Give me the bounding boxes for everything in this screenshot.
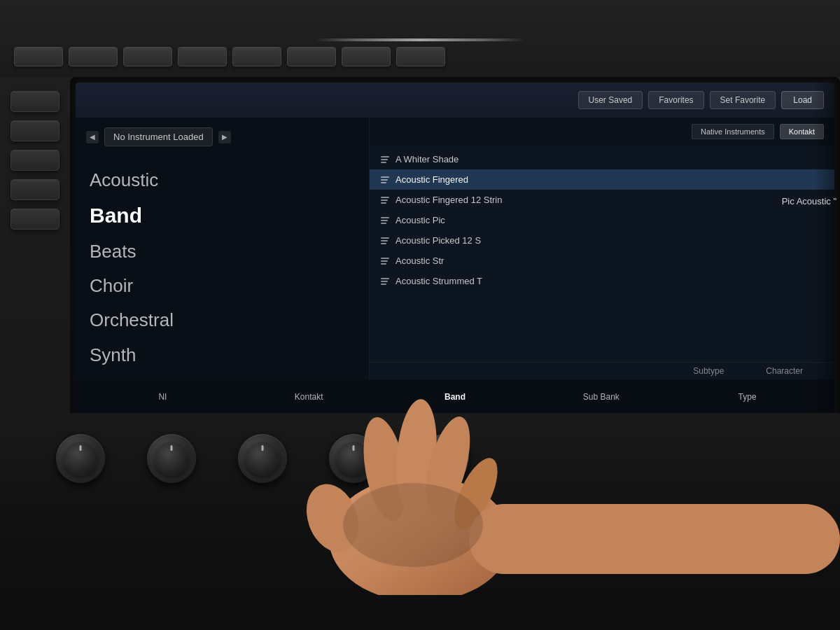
knobs-row <box>56 434 840 483</box>
filter-native-instruments[interactable]: Native Instruments <box>692 124 774 139</box>
knob-outer-4 <box>329 434 378 483</box>
svg-rect-6 <box>469 504 840 574</box>
preset-icon <box>380 175 390 185</box>
preset-icon <box>380 216 390 225</box>
tab-favorites[interactable]: Favorites <box>648 91 704 109</box>
filter-bar: Native Instruments Kontakt <box>370 118 834 146</box>
knob-1[interactable] <box>56 434 105 483</box>
knob-inner-4 <box>336 441 371 476</box>
top-button-6[interactable] <box>287 47 336 66</box>
encoder-label-ni: NI <box>90 392 236 402</box>
col-header-subtype: Subtype <box>380 366 766 376</box>
top-button-7[interactable] <box>342 47 391 66</box>
side-button-4[interactable] <box>10 179 59 200</box>
top-strip <box>0 0 840 77</box>
preset-icon <box>380 276 390 286</box>
screen-top-bar: User Saved Favorites Set Favorite Load <box>76 83 834 118</box>
knob-inner-1 <box>63 441 98 476</box>
hardware-body: User Saved Favorites Set Favorite Load ◀… <box>0 0 840 630</box>
hand-overlay <box>210 385 840 595</box>
category-choir[interactable]: Choir <box>90 272 355 300</box>
column-headers: Subtype Character <box>370 362 834 379</box>
knob-indicator-4 <box>353 445 355 451</box>
category-synth[interactable]: Synth <box>90 342 355 369</box>
category-beats[interactable]: Beats <box>90 238 355 265</box>
screen-content: ◀ No Instrument Loaded ▶ Acoustic Band B… <box>76 118 834 379</box>
top-led-strip <box>315 38 525 41</box>
encoder-label-type: Type <box>674 392 820 402</box>
knob-outer-5 <box>420 434 469 483</box>
side-button-3[interactable] <box>10 150 59 171</box>
instrument-header: ◀ No Instrument Loaded ▶ <box>76 118 369 156</box>
screen-frame: User Saved Favorites Set Favorite Load ◀… <box>70 77 840 420</box>
screen-right-hint <box>813 118 834 379</box>
svg-point-7 <box>343 483 483 567</box>
preset-icon <box>380 155 390 164</box>
screen: User Saved Favorites Set Favorite Load ◀… <box>76 83 834 414</box>
top-button-2[interactable] <box>69 47 118 66</box>
knob-inner-5 <box>427 441 462 476</box>
category-band[interactable]: Band <box>90 201 355 230</box>
side-button-1[interactable] <box>10 91 59 112</box>
knob-indicator-2 <box>171 445 173 451</box>
knob-5[interactable] <box>420 434 469 483</box>
knob-indicator-5 <box>444 445 446 451</box>
preset-item[interactable]: Acoustic Str <box>370 251 834 271</box>
knob-outer-2 <box>147 434 196 483</box>
left-side-buttons <box>0 77 70 420</box>
hand-svg <box>210 385 840 595</box>
top-button-4[interactable] <box>178 47 227 66</box>
top-button-8[interactable] <box>396 47 445 66</box>
preset-item[interactable]: Acoustic Strummed T <box>370 271 834 291</box>
preset-item[interactable]: Acoustic Fingered 12 Strin <box>370 190 834 210</box>
side-button-2[interactable] <box>10 120 59 141</box>
knob-2[interactable] <box>147 434 196 483</box>
instrument-prev-button[interactable]: ◀ <box>86 131 99 144</box>
category-acoustic[interactable]: Acoustic <box>90 167 355 194</box>
preset-list: A Whiter Shade Acoustic Fingered <box>370 146 834 362</box>
knob-inner-2 <box>154 441 189 476</box>
preset-item[interactable]: A Whiter Shade <box>370 149 834 169</box>
knob-inner-3 <box>245 441 280 476</box>
knob-indicator-1 <box>80 445 82 451</box>
encoder-labels: NI Kontakt Band Sub Bank Type <box>76 379 834 414</box>
right-panel: Native Instruments Kontakt A Whiter Shad… <box>370 118 834 379</box>
svg-point-0 <box>329 476 511 595</box>
knob-indicator-3 <box>262 445 264 451</box>
knob-outer-1 <box>56 434 105 483</box>
knob-3[interactable] <box>238 434 287 483</box>
knob-4[interactable] <box>329 434 378 483</box>
preset-icon <box>380 195 390 205</box>
tab-user-saved[interactable]: User Saved <box>578 91 643 109</box>
preset-icon <box>380 256 390 266</box>
tab-set-favorite[interactable]: Set Favorite <box>710 91 776 109</box>
svg-point-1 <box>298 477 368 559</box>
side-button-5[interactable] <box>10 209 59 230</box>
current-preset-label: Pic Acoustic " <box>782 196 836 206</box>
encoder-label-subbank: Sub Bank <box>528 392 674 402</box>
preset-item[interactable]: Acoustic Fingered <box>370 169 834 190</box>
top-button-3[interactable] <box>123 47 172 66</box>
left-panel: ◀ No Instrument Loaded ▶ Acoustic Band B… <box>76 118 370 379</box>
top-button-1[interactable] <box>14 47 63 66</box>
preset-icon <box>380 236 390 246</box>
category-orchestral[interactable]: Orchestral <box>90 307 355 334</box>
category-list: Acoustic Band Beats Choir Orchestral Syn… <box>76 156 369 379</box>
top-button-5[interactable] <box>232 47 281 66</box>
preset-item[interactable]: Acoustic Picked 12 S <box>370 230 834 251</box>
instrument-name-label: No Instrument Loaded <box>104 127 213 146</box>
instrument-next-button[interactable]: ▶ <box>218 131 231 144</box>
preset-item[interactable]: Acoustic Pic <box>370 210 834 230</box>
hardware-bottom <box>0 413 840 630</box>
encoder-label-kontakt: Kontakt <box>236 392 382 402</box>
encoder-label-band: Band <box>382 392 528 402</box>
knob-outer-3 <box>238 434 287 483</box>
